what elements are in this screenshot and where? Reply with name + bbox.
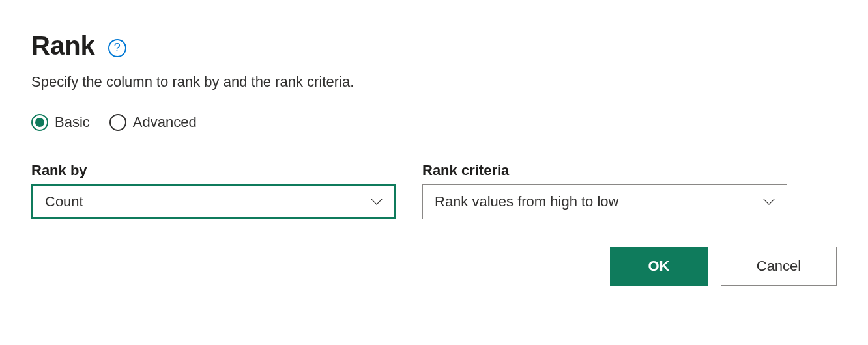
page-title: Rank bbox=[31, 31, 95, 61]
fields-row: Rank by Count Rank criteria Rank values … bbox=[31, 162, 837, 219]
ok-button[interactable]: OK bbox=[610, 247, 708, 286]
radio-basic[interactable]: Basic bbox=[31, 114, 90, 131]
rank-criteria-select[interactable]: Rank values from high to low bbox=[422, 184, 787, 219]
cancel-button[interactable]: Cancel bbox=[721, 247, 837, 286]
rank-by-label: Rank by bbox=[31, 162, 396, 179]
radio-icon bbox=[31, 114, 48, 131]
rank-by-value: Count bbox=[45, 193, 83, 210]
rank-by-select[interactable]: Count bbox=[31, 184, 396, 219]
radio-icon bbox=[109, 114, 126, 131]
rank-criteria-value: Rank values from high to low bbox=[435, 193, 618, 210]
radio-basic-label: Basic bbox=[55, 114, 90, 131]
rank-criteria-label: Rank criteria bbox=[422, 162, 787, 179]
mode-radio-group: Basic Advanced bbox=[31, 114, 837, 131]
chevron-down-icon bbox=[763, 196, 775, 208]
button-row: OK Cancel bbox=[610, 247, 837, 286]
rank-by-field: Rank by Count bbox=[31, 162, 396, 219]
title-row: Rank ? bbox=[31, 31, 837, 61]
help-icon[interactable]: ? bbox=[108, 39, 126, 57]
radio-advanced-label: Advanced bbox=[133, 114, 197, 131]
radio-advanced[interactable]: Advanced bbox=[109, 114, 197, 131]
description-text: Specify the column to rank by and the ra… bbox=[31, 74, 837, 90]
chevron-down-icon bbox=[371, 196, 383, 208]
rank-criteria-field: Rank criteria Rank values from high to l… bbox=[422, 162, 787, 219]
